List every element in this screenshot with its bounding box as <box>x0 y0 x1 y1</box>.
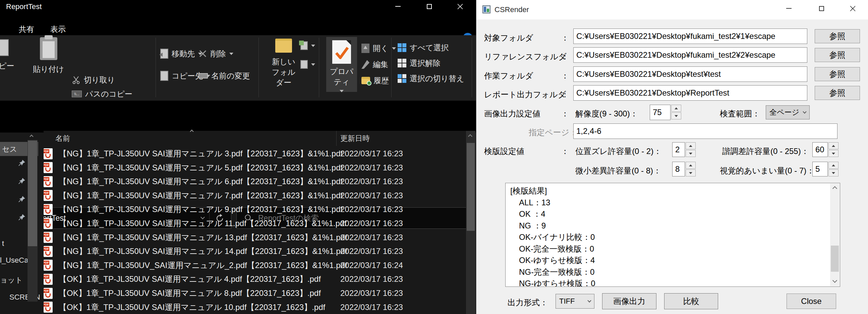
copy-path-button[interactable]: \\... パスのコピー <box>72 88 132 99</box>
visual-ambiguity-input[interactable] <box>812 162 828 176</box>
paste-button[interactable]: 貼り付け <box>33 37 64 75</box>
pdf-file-icon: PDF <box>43 218 53 229</box>
visual-ambiguity-spinner[interactable] <box>829 162 838 176</box>
file-row[interactable]: PDF【NG】1章_TP-JL350UV SAI運用マニュアル 9.pdf【22… <box>43 202 466 217</box>
easy-access-button[interactable] <box>301 59 315 70</box>
sidebar-item[interactable]: ョット <box>0 275 23 285</box>
resolution-spinner[interactable] <box>671 105 681 119</box>
compare-button[interactable]: 比較 <box>664 293 718 309</box>
move-to-button[interactable]: 移動先 <box>160 48 202 59</box>
copy-button[interactable]: ピー <box>0 39 14 71</box>
spinner-down-button[interactable] <box>686 169 696 176</box>
report-folder-browse-button[interactable]: 参照 <box>815 86 860 100</box>
invert-selection-button[interactable]: 選択の切り替え <box>398 73 464 84</box>
open-button[interactable]: 開く <box>362 42 396 54</box>
image-output-button[interactable]: 画像出力 <box>602 293 656 309</box>
micro-diff-tolerance-spinner[interactable] <box>686 162 696 176</box>
file-row[interactable]: PDF【NG】1章_TP-JL350UV SAI運用マニュアル 14.pdf【2… <box>43 244 466 258</box>
file-row[interactable]: PDF【OK】1章_TP-JL350UV SAI運用マニュアル 8.pdf【22… <box>43 286 466 300</box>
select-all-button[interactable]: すべて選択 <box>398 42 449 53</box>
tone-tolerance-input[interactable] <box>812 142 828 157</box>
tone-tolerance-spinner[interactable] <box>829 142 838 157</box>
column-header-name[interactable]: 名前 <box>55 134 70 144</box>
pages-input[interactable] <box>573 123 837 139</box>
results-textbox[interactable]: [検版結果] ALL：13 OK ：4 NG ：9 OK-バイナリ比較：0 OK… <box>505 183 840 287</box>
sidebar-scrollbar-thumb[interactable] <box>28 141 37 246</box>
sidebar-scrollbar[interactable] <box>28 140 37 302</box>
clear-selection-button[interactable]: 選択解除 <box>398 57 440 69</box>
file-list-scrollbar[interactable] <box>466 131 475 314</box>
chevron-down-icon <box>803 110 806 113</box>
spinner-up-button[interactable] <box>671 105 681 112</box>
file-row[interactable]: PDF【NG】1章_TP-JL350UV_SAI運用マニュアル_2.pdf【22… <box>43 258 466 273</box>
new-folder-button[interactable]: 新しい フォルダー <box>271 38 297 88</box>
pdf-file-icon: PDF <box>43 260 53 271</box>
micro-diff-tolerance-input[interactable] <box>672 162 685 176</box>
range-combobox[interactable]: 全ページ <box>766 105 810 119</box>
results-scrollbar-thumb[interactable] <box>831 246 839 272</box>
close-button[interactable]: Close <box>786 293 836 309</box>
target-folder-browse-button[interactable]: 参照 <box>815 29 860 43</box>
rename-button[interactable]: 名前の変更 <box>198 70 250 82</box>
tab-share[interactable]: 共有 <box>16 23 37 36</box>
target-folder-input[interactable] <box>573 29 807 44</box>
scroll-up-arrow[interactable] <box>833 186 837 191</box>
file-row[interactable]: PDF【NG】1章_TP-JL350UV SAI運用マニュアル 5.pdf【22… <box>43 161 466 175</box>
new-item-button[interactable] <box>301 40 315 51</box>
work-folder-input[interactable] <box>573 66 807 82</box>
reference-folder-input[interactable] <box>573 47 807 63</box>
file-row[interactable]: PDF【NG】1章_TP-JL350UV SAI運用マニュアル 11.pdf【2… <box>43 217 466 230</box>
colon: ： <box>561 108 569 119</box>
output-format-combobox[interactable]: TIFF <box>556 294 594 309</box>
resolution-label: 解像度(9 - 300)： <box>575 108 638 119</box>
column-header-modified[interactable]: 更新日時 <box>340 134 370 144</box>
sidebar-item[interactable]: l_UseCa <box>0 256 28 265</box>
file-row[interactable]: PDF【NG】1章_TP-JL350UV SAI運用マニュアル 6.pdf【22… <box>43 174 466 189</box>
scroll-down-arrow[interactable] <box>833 278 837 283</box>
spinner-down-button[interactable] <box>671 112 681 119</box>
spinner-down-button[interactable] <box>829 150 838 157</box>
scrollbar-up-arrow[interactable] <box>468 134 472 139</box>
spinner-down-button[interactable] <box>686 150 696 157</box>
pdf-file-icon: PDF <box>43 246 53 257</box>
explorer-maximize-button[interactable] <box>419 0 439 13</box>
spinner-up-button[interactable] <box>686 162 696 169</box>
ribbon-separator <box>319 37 319 97</box>
dialog-maximize-button[interactable] <box>810 0 833 17</box>
cut-button[interactable]: 切り取り <box>72 74 115 86</box>
file-row[interactable]: PDF【OK】1章_TP-JL350UV SAI運用マニュアル 10.pdf【2… <box>43 300 466 314</box>
report-folder-input[interactable] <box>573 85 807 101</box>
file-row[interactable]: PDF【OK】1章_TP-JL350UV SAI運用マニュアル 4.pdf【22… <box>43 272 466 286</box>
sidebar-item[interactable]: t <box>2 239 4 248</box>
scrollbar-thumb[interactable] <box>467 143 475 231</box>
spinner-down-button[interactable] <box>829 169 838 176</box>
results-line: NG ：9 <box>510 220 827 232</box>
dialog-close-button[interactable] <box>841 0 864 17</box>
position-tolerance-spinner[interactable] <box>686 142 696 157</box>
properties-button[interactable]: プロパティ <box>326 37 357 92</box>
edit-button[interactable]: 編集 <box>362 59 388 70</box>
spinner-up-button[interactable] <box>829 162 838 169</box>
results-line: OK-バイナリ比較：0 <box>510 231 827 243</box>
work-folder-label: 作業フォルダ <box>484 70 533 81</box>
resolution-input[interactable] <box>650 105 671 120</box>
results-scrollbar[interactable] <box>830 183 839 286</box>
sidebar-item[interactable]: SCREEN <box>9 293 43 302</box>
file-name: 【NG】1章_TP-JL350UV SAI運用マニュアル 14.pdf【2203… <box>59 246 347 257</box>
sidebar-scroll-up-arrow[interactable] <box>30 135 33 138</box>
reference-folder-browse-button[interactable]: 参照 <box>815 48 860 62</box>
history-button[interactable]: 履歴 <box>362 75 389 86</box>
explorer-close-button[interactable] <box>450 0 470 13</box>
position-tolerance-input[interactable] <box>672 142 685 157</box>
spinner-up-button[interactable] <box>686 142 696 149</box>
work-folder-browse-button[interactable]: 参照 <box>815 67 860 81</box>
explorer-minimize-button[interactable] <box>388 0 408 13</box>
tab-view[interactable]: 表示 <box>47 23 69 36</box>
delete-button[interactable]: 削除 <box>198 48 234 59</box>
spinner-up-button[interactable] <box>829 142 838 149</box>
file-row[interactable]: PDF【NG】1章_TP-JL350UV SAI運用マニュアル 13.pdf【2… <box>43 230 466 245</box>
navigation-pane: セス t l_UseCa ョット SCREEN <box>0 133 43 314</box>
file-row[interactable]: PDF【NG】1章_TP-JL350UV SAI運用マニュアル 7.pdf【22… <box>43 189 466 203</box>
file-row[interactable]: PDF【NG】1章_TP-JL350UV SAI運用マニュアル 3.pdf【22… <box>43 147 466 161</box>
dialog-minimize-button[interactable] <box>777 0 801 17</box>
